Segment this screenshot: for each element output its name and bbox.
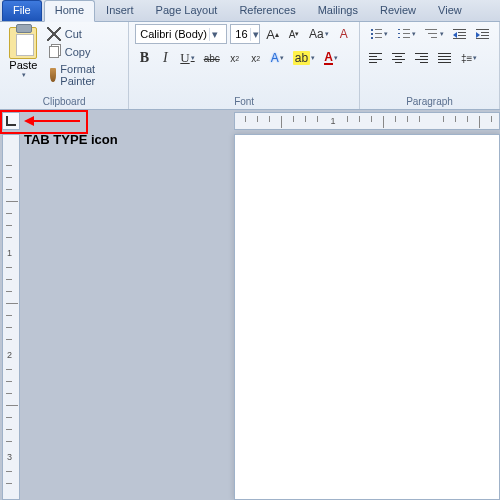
align-left-button[interactable] bbox=[366, 48, 386, 68]
tab-type-selector[interactable] bbox=[2, 112, 20, 130]
copy-button[interactable]: Copy bbox=[45, 44, 123, 60]
italic-button[interactable]: I bbox=[156, 48, 174, 68]
change-case-button[interactable]: Aa▾ bbox=[306, 24, 332, 44]
cut-button[interactable]: Cut bbox=[45, 26, 123, 42]
paragraph-group-label: Paragraph bbox=[366, 95, 493, 109]
font-size-value: 16 bbox=[235, 28, 247, 40]
decrease-indent-icon bbox=[453, 28, 467, 40]
tab-review[interactable]: Review bbox=[369, 0, 427, 21]
multilevel-icon bbox=[425, 27, 439, 41]
increase-indent-button[interactable] bbox=[473, 24, 493, 44]
tab-insert[interactable]: Insert bbox=[95, 0, 145, 21]
vertical-ruler[interactable]: 1 2 3 bbox=[2, 134, 20, 500]
shrink-font-button[interactable]: A▾ bbox=[285, 24, 303, 44]
justify-icon bbox=[438, 52, 452, 64]
align-center-button[interactable] bbox=[389, 48, 409, 68]
align-right-icon bbox=[415, 52, 429, 64]
align-left-icon bbox=[369, 52, 383, 64]
strikethrough-button[interactable]: abc bbox=[201, 48, 223, 68]
increase-indent-icon bbox=[476, 28, 490, 40]
chevron-down-icon[interactable]: ▾ bbox=[209, 28, 219, 41]
paste-label: Paste bbox=[9, 59, 37, 71]
tab-mailings[interactable]: Mailings bbox=[307, 0, 369, 21]
tab-references[interactable]: References bbox=[228, 0, 306, 21]
tab-file[interactable]: File bbox=[2, 0, 42, 21]
group-clipboard: Paste ▾ Cut Copy Format Painter Clipboar… bbox=[0, 22, 129, 109]
font-color-button[interactable]: A▾ bbox=[321, 48, 341, 68]
cut-icon bbox=[47, 27, 61, 41]
chevron-down-icon[interactable]: ▾ bbox=[250, 28, 259, 41]
align-right-button[interactable] bbox=[412, 48, 432, 68]
ribbon: Paste ▾ Cut Copy Format Painter Clipboar… bbox=[0, 22, 500, 110]
document-area: TAB TYPE icon 1 bbox=[0, 110, 500, 500]
paste-dropdown-icon[interactable]: ▾ bbox=[22, 71, 26, 79]
bullets-button[interactable]: ▾ bbox=[366, 24, 391, 44]
line-spacing-button[interactable]: ‡≡▾ bbox=[458, 48, 480, 68]
cut-label: Cut bbox=[65, 28, 82, 40]
clipboard-group-label: Clipboard bbox=[6, 95, 122, 109]
bold-button[interactable]: B bbox=[135, 48, 153, 68]
ruler-h-number: 1 bbox=[330, 116, 335, 126]
decrease-indent-button[interactable] bbox=[450, 24, 470, 44]
underline-button[interactable]: U▾ bbox=[177, 48, 197, 68]
format-painter-button[interactable]: Format Painter bbox=[45, 62, 123, 88]
tab-view[interactable]: View bbox=[427, 0, 473, 21]
tab-stop-left-icon bbox=[6, 116, 16, 126]
align-center-icon bbox=[392, 52, 406, 64]
paste-icon bbox=[9, 27, 37, 59]
ruler-v-number: 3 bbox=[7, 452, 12, 462]
tab-page-layout[interactable]: Page Layout bbox=[145, 0, 229, 21]
multilevel-list-button[interactable]: ▾ bbox=[422, 24, 447, 44]
font-size-combo[interactable]: 16 ▾ bbox=[230, 24, 260, 44]
group-font: Calibri (Body) ▾ 16 ▾ A▴ A▾ Aa▾ A B I U▾… bbox=[129, 22, 360, 109]
format-painter-label: Format Painter bbox=[60, 63, 120, 87]
group-paragraph: ▾ ▾ ▾ ‡≡▾ Paragraph bbox=[360, 22, 500, 109]
subscript-button[interactable]: x2 bbox=[226, 48, 244, 68]
tab-home[interactable]: Home bbox=[44, 0, 95, 22]
font-name-combo[interactable]: Calibri (Body) ▾ bbox=[135, 24, 227, 44]
clear-formatting-button[interactable]: A bbox=[335, 24, 353, 44]
copy-label: Copy bbox=[65, 46, 91, 58]
font-name-value: Calibri (Body) bbox=[140, 28, 207, 40]
annotation-arrow-icon bbox=[24, 116, 80, 126]
svg-marker-1 bbox=[24, 116, 34, 126]
format-painter-icon bbox=[50, 68, 57, 82]
numbering-icon bbox=[397, 27, 411, 41]
document-page[interactable] bbox=[234, 134, 500, 500]
grow-font-button[interactable]: A▴ bbox=[263, 24, 282, 44]
bullets-icon bbox=[369, 27, 383, 41]
font-group-label: Font bbox=[135, 95, 353, 109]
text-effects-button[interactable]: A▾ bbox=[268, 48, 287, 68]
justify-button[interactable] bbox=[435, 48, 455, 68]
horizontal-ruler[interactable]: 1 bbox=[234, 112, 500, 130]
ruler-v-number: 2 bbox=[7, 350, 12, 360]
paste-button[interactable]: Paste ▾ bbox=[6, 24, 41, 82]
numbering-button[interactable]: ▾ bbox=[394, 24, 419, 44]
ruler-v-number: 1 bbox=[7, 248, 12, 258]
ribbon-tabs: File Home Insert Page Layout References … bbox=[0, 0, 500, 22]
highlight-button[interactable]: ab▾ bbox=[290, 48, 318, 68]
superscript-button[interactable]: x2 bbox=[247, 48, 265, 68]
annotation-label: TAB TYPE icon bbox=[24, 132, 118, 147]
copy-icon bbox=[49, 46, 59, 58]
